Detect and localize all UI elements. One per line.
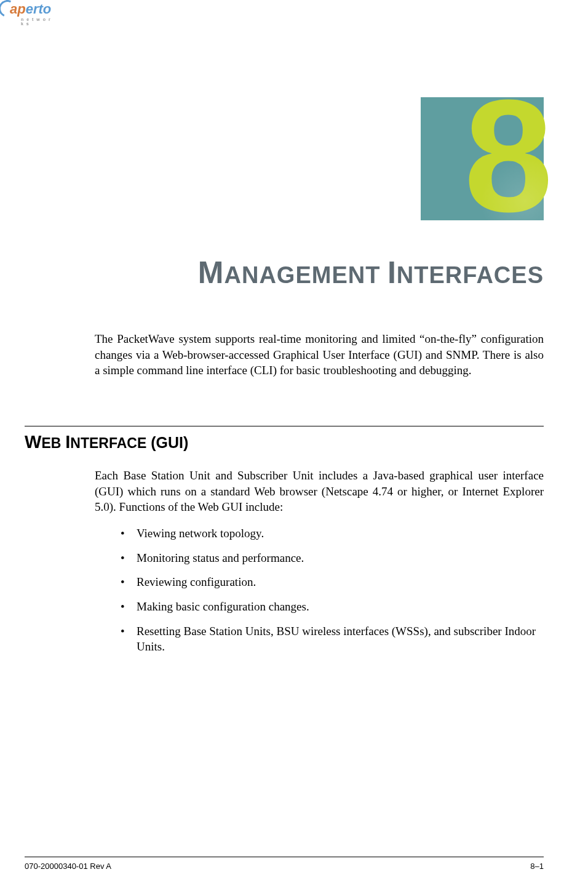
chapter-number: 8 <box>464 76 553 236</box>
list-item: Reviewing configuration. <box>121 574 544 590</box>
section-divider <box>25 426 544 426</box>
logo-text-part2: erto <box>26 1 52 17</box>
intro-paragraph: The PacketWave system supports real-time… <box>95 331 544 378</box>
section-intro-paragraph: Each Base Station Unit and Subscriber Un… <box>95 468 544 515</box>
bullet-list: Viewing network topology. Monitoring sta… <box>121 526 544 663</box>
logo-text-part1: ap <box>10 1 26 17</box>
document-page: aperto n e t w o r k s 8 MANAGEMENT INTE… <box>0 0 588 888</box>
list-item: Making basic configuration changes. <box>121 599 544 615</box>
footer-divider <box>25 857 544 857</box>
logo-subtitle: n e t w o r k s <box>21 17 51 26</box>
list-item: Viewing network topology. <box>121 526 544 542</box>
footer-page-number: 8–1 <box>530 862 544 871</box>
chapter-title: MANAGEMENT INTERFACES <box>198 255 544 290</box>
section-heading: WEB INTERFACE (GUI) <box>25 432 188 452</box>
list-item: Resetting Base Station Units, BSU wirele… <box>121 623 544 655</box>
footer-document-id: 070-20000340-01 Rev A <box>25 862 111 871</box>
chapter-badge: 8 <box>421 97 544 220</box>
list-item: Monitoring status and performance. <box>121 550 544 566</box>
brand-logo: aperto n e t w o r k s <box>1 1 51 17</box>
